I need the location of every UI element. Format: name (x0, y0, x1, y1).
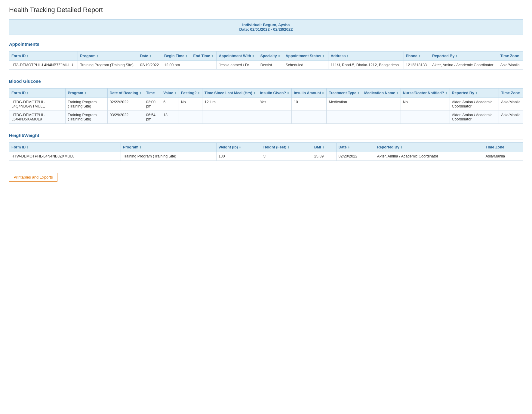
individual-label: Individual: (242, 23, 262, 27)
cell-time: 03:00 pm (144, 98, 161, 111)
sort-icon-weight_lb[interactable]: ⇕ (239, 146, 241, 149)
col-header-time_since_last_meal[interactable]: Time Since Last Meal (Hrs)⇕ (202, 89, 258, 98)
sort-icon-form_id[interactable]: ⇕ (26, 55, 29, 58)
col-header-treatment_type[interactable]: Treatment Type⇕ (327, 89, 362, 98)
col-header-reported_by[interactable]: Reported By⇕ (430, 51, 498, 61)
col-header-form_id[interactable]: Form ID⇕ (9, 51, 78, 61)
col-header-program[interactable]: Program⇕ (78, 51, 138, 61)
sort-icon-treatment_type[interactable]: ⇕ (357, 92, 360, 95)
sort-icon-date[interactable]: ⇕ (149, 55, 152, 58)
cell-date: 02/19/2022 (138, 61, 162, 70)
col-header-address[interactable]: Address⇕ (328, 51, 404, 61)
col-header-nurse_doctor_notified[interactable]: Nurse/Doctor Notified?⇕ (401, 89, 450, 98)
cell-program: Training Program (Training Site) (121, 152, 216, 161)
cell-end_time (191, 61, 217, 70)
col-header-end_time[interactable]: End Time⇕ (191, 51, 217, 61)
individual-value: Begum, Aysha (263, 23, 290, 27)
sort-icon-medication_name[interactable]: ⇕ (396, 92, 398, 95)
cell-form_id: HTA-DEMOTPHL-L4N4NB7ZJMULU (9, 61, 78, 70)
col-header-program[interactable]: Program⇕ (66, 89, 107, 98)
cell-value: 13 (161, 111, 179, 124)
cell-reported_by: Akter, Amina / Academic Coordinator (375, 152, 483, 161)
sort-icon-value[interactable]: ⇕ (174, 92, 177, 95)
sort-icon-end_time[interactable]: ⇕ (211, 55, 214, 58)
sort-icon-bmi[interactable]: ⇕ (322, 146, 324, 149)
col-header-phone[interactable]: Phone⇕ (404, 51, 430, 61)
col-header-weight_lb[interactable]: Weight (lb)⇕ (216, 143, 261, 152)
blood-glucose-table: Form ID⇕Program⇕Date of Reading⇕TimeValu… (9, 88, 523, 124)
sort-icon-reported_by[interactable]: ⇕ (475, 92, 478, 95)
cell-form_id: HTBG-DEMOTPHL-L5X4NJ5XAMUL9 (9, 111, 66, 124)
sort-icon-program[interactable]: ⇕ (84, 92, 87, 95)
cell-specialty: Dentist (258, 61, 283, 70)
col-header-value[interactable]: Value⇕ (161, 89, 179, 98)
col-header-form_id[interactable]: Form ID⇕ (9, 89, 66, 98)
sort-icon-specialty[interactable]: ⇕ (278, 55, 280, 58)
sort-icon-time_since_last_meal[interactable]: ⇕ (253, 92, 256, 95)
cell-insulin_given (258, 111, 291, 124)
col-header-appointment_status[interactable]: Appointment Status⇕ (283, 51, 328, 61)
sort-icon-insulin_given[interactable]: ⇕ (287, 92, 289, 95)
printables-exports-button[interactable]: Printables and Exports (9, 173, 57, 182)
col-header-appointment_with[interactable]: Appointment With⇕ (217, 51, 258, 61)
cell-medication_name (362, 98, 401, 111)
appointments-section-title: Appointments (9, 42, 523, 48)
sort-icon-phone[interactable]: ⇕ (418, 55, 421, 58)
col-header-begin_time[interactable]: Begin Time⇕ (162, 51, 191, 61)
cell-height_feet: 5' (261, 152, 312, 161)
col-header-fasting[interactable]: Fasting?⇕ (179, 89, 202, 98)
col-header-date_of_reading[interactable]: Date of Reading⇕ (107, 89, 144, 98)
col-header-reported_by[interactable]: Reported By⇕ (375, 143, 483, 152)
sort-icon-form_id[interactable]: ⇕ (26, 146, 29, 149)
col-header-specialty[interactable]: Specialty⇕ (258, 51, 283, 61)
sort-icon-nurse_doctor_notified[interactable]: ⇕ (445, 92, 447, 95)
sort-icon-program[interactable]: ⇕ (139, 146, 142, 149)
sort-icon-begin_time[interactable]: ⇕ (185, 55, 188, 58)
sort-icon-form_id[interactable]: ⇕ (26, 92, 29, 95)
sort-icon-address[interactable]: ⇕ (346, 55, 349, 58)
cell-value: 6 (161, 98, 179, 111)
cell-nurse_doctor_notified: No (401, 98, 450, 111)
date-label: Date: (239, 27, 249, 32)
cell-treatment_type (327, 111, 362, 124)
sort-icon-fasting[interactable]: ⇕ (198, 92, 200, 95)
sort-icon-program[interactable]: ⇕ (97, 55, 99, 58)
sort-icon-appointment_with[interactable]: ⇕ (252, 55, 254, 58)
height-weight-section: Height/Weight Form ID⇕Program⇕Weight (lb… (9, 133, 523, 161)
height-weight-section-title: Height/Weight (9, 133, 523, 139)
col-header-bmi[interactable]: BMI⇕ (312, 143, 336, 152)
cell-program: Training Program (Training Site) (66, 111, 107, 124)
cell-insulin_given: Yes (258, 98, 291, 111)
table-row: HTBG-DEMOTPHL-L5X4NJ5XAMUL9Training Prog… (9, 111, 523, 124)
col-header-date[interactable]: Date⇕ (336, 143, 375, 152)
cell-date_of_reading: 02/22/2022 (107, 98, 144, 111)
cell-nurse_doctor_notified (401, 111, 450, 124)
col-header-form_id[interactable]: Form ID⇕ (9, 143, 121, 152)
info-bar: Individual: Begum, Aysha Date: 02/01/202… (9, 19, 523, 35)
table-row: HTA-DEMOTPHL-L4N4NB7ZJMULUTraining Progr… (9, 61, 523, 70)
col-header-insulin_amount[interactable]: Insulin Amount⇕ (291, 89, 327, 98)
cell-form_id: HTBG-DEMOTPHL-L4Q4NBGWTMULE (9, 98, 66, 111)
sort-icon-reported_by[interactable]: ⇕ (455, 55, 458, 58)
col-header-program[interactable]: Program⇕ (121, 143, 216, 152)
sort-icon-appointment_status[interactable]: ⇕ (322, 55, 324, 58)
cell-fasting (179, 111, 202, 124)
sort-icon-insulin_amount[interactable]: ⇕ (322, 92, 324, 95)
sort-icon-height_feet[interactable]: ⇕ (287, 146, 290, 149)
sort-icon-date_of_reading[interactable]: ⇕ (139, 92, 142, 95)
col-header-time_zone: Time Zone (499, 89, 523, 98)
page-title: Health Tracking Detailed Report (9, 6, 523, 14)
col-header-insulin_given[interactable]: Insulin Given?⇕ (258, 89, 291, 98)
cell-time_since_last_meal: 12 Hrs (202, 98, 258, 111)
cell-time_zone: Asia/Manila (499, 111, 523, 124)
cell-time_zone: Asia/Manila (483, 152, 523, 161)
sort-icon-date[interactable]: ⇕ (348, 146, 350, 149)
col-header-date[interactable]: Date⇕ (138, 51, 162, 61)
cell-phone: 1212313133 (404, 61, 430, 70)
col-header-reported_by[interactable]: Reported By⇕ (450, 89, 499, 98)
col-header-height_feet[interactable]: Height (Feet)⇕ (261, 143, 312, 152)
col-header-medication_name[interactable]: Medication Name⇕ (362, 89, 401, 98)
table-row: HTW-DEMOTPHL-L4N4NB8ZXMUL8Training Progr… (9, 152, 523, 161)
cell-time_since_last_meal (202, 111, 258, 124)
sort-icon-reported_by[interactable]: ⇕ (400, 146, 403, 149)
